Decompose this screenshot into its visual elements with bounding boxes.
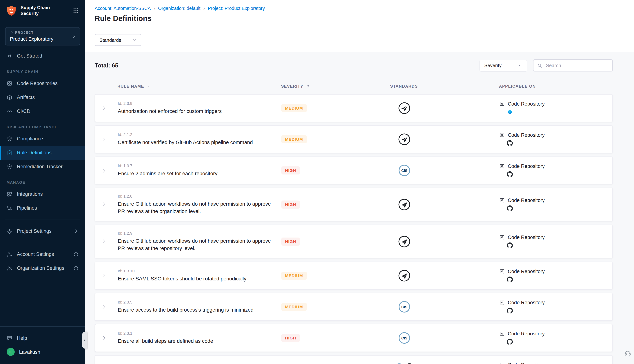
rule-id: Id: 2.3.9 (118, 101, 281, 106)
sidebar: Supply Chain Security PROJECT Product Ex… (0, 0, 85, 364)
nav-section-label: RISK AND COMPLIANCE (0, 118, 85, 132)
rule-name[interactable]: Ensure SAML SSO tokens should be rotated… (118, 275, 272, 282)
sidebar-item-get-started[interactable]: Get Started (0, 49, 85, 63)
table-row[interactable]: Id: 1.2.8 Ensure GitHub action workflows… (95, 188, 613, 222)
project-diamond-icon (10, 31, 13, 34)
rule-id: Id: 1.3.10 (118, 268, 281, 273)
sidebar-item-compliance[interactable]: Compliance (0, 132, 85, 146)
svg-text:CIS: CIS (401, 305, 407, 309)
code-repository-diamond-icon: </> (507, 109, 513, 115)
sidebar-item-integrations[interactable]: Integrations (0, 187, 85, 201)
divider (5, 242, 80, 243)
rule-id: Id: 2.3.1 (118, 331, 281, 335)
table-row[interactable]: Id: 2.1.2 Certificate not verified by Gi… (95, 125, 613, 153)
project-selector[interactable]: PROJECT Product Exploratory (5, 27, 80, 45)
search-input[interactable] (545, 62, 609, 68)
chevron-right-icon (101, 202, 107, 207)
column-severity[interactable]: SEVERITY (281, 84, 347, 88)
code-repository-icon (499, 101, 505, 107)
severity-badge: HIGH (281, 166, 300, 174)
search-box[interactable] (533, 60, 613, 72)
applicable-on-label: Code Repository (508, 132, 545, 138)
row-expand-chevron[interactable] (95, 106, 113, 111)
github-icon (507, 205, 513, 212)
row-expand-chevron[interactable] (95, 239, 113, 244)
vault-icon (7, 80, 13, 86)
chevron-down-icon (132, 38, 137, 42)
sidebar-item-project-settings[interactable]: Project Settings (0, 224, 85, 238)
rule-name[interactable]: Ensure GitHub action workflows do not ha… (118, 238, 272, 252)
user-menu[interactable]: L Lavakush (0, 345, 85, 359)
svg-text:CIS: CIS (401, 168, 407, 173)
sidebar-item-remediation-tracker[interactable]: Remediation Tracker (0, 160, 85, 174)
row-expand-chevron[interactable] (95, 168, 113, 173)
breadcrumb-link[interactable]: Project: Product Exploratory (208, 6, 265, 11)
column-rule-name[interactable]: RULE NAME (112, 84, 281, 88)
code-repository-icon (499, 362, 505, 364)
table-row[interactable]: Id: 1.1.9 HIGH CIS Code Repository (95, 355, 613, 364)
rule-name[interactable]: Ensure 2 admins are set for each reposit… (118, 170, 272, 178)
breadcrumb-link[interactable]: Account: Automation-SSCA (95, 6, 151, 11)
table-row[interactable]: Id: 2.3.1 Ensure all build steps are def… (95, 324, 613, 352)
chevron-right-icon (101, 273, 107, 278)
row-expand-chevron[interactable] (95, 202, 113, 207)
paper-plane-standard-icon (398, 102, 411, 114)
row-expand-chevron[interactable] (95, 335, 113, 340)
table-row[interactable]: Id: 1.3.7 Ensure 2 admins are set for ea… (95, 156, 613, 184)
standards-cell (348, 235, 461, 248)
table-row[interactable]: Id: 1.3.10 Ensure SAML SSO tokens should… (95, 262, 613, 290)
standards-filter-dropdown[interactable]: Standards (95, 34, 141, 46)
sidebar-footer: Help L Lavakush (0, 326, 85, 364)
sidebar-item-artifacts[interactable]: Artifacts (0, 90, 85, 104)
table-row[interactable]: Id: 2.3.5 Ensure access to the build pro… (95, 293, 613, 320)
module-switcher-icon[interactable] (73, 8, 79, 14)
rule-id: Id: 1.3.7 (118, 164, 281, 168)
sidebar-item-pipelines[interactable]: Pipelines (0, 201, 85, 215)
search-icon (537, 63, 542, 68)
sidebar-item-account-settings[interactable]: Account Settings (0, 247, 85, 261)
paper-plane-standard-icon (398, 235, 411, 248)
standards-cell (348, 133, 461, 146)
applicable-on-label: Code Repository (508, 362, 545, 364)
rule-name[interactable]: Authorization not enforced for custom tr… (118, 108, 272, 115)
severity-badge: HIGH (281, 334, 300, 342)
supply-chain-security-logo (6, 5, 17, 16)
row-expand-chevron[interactable] (95, 136, 113, 142)
severity-badge: MEDIUM (281, 302, 307, 311)
info-icon (73, 266, 79, 271)
sort-icon[interactable] (306, 84, 310, 88)
code-repository-icon (499, 268, 505, 274)
support-chat-icon[interactable] (624, 349, 631, 357)
severity-badge: MEDIUM (281, 272, 307, 280)
sort-descending-icon[interactable] (146, 84, 150, 88)
rule-name[interactable]: Certificate not verified by GitHub Actio… (118, 139, 272, 146)
table-row[interactable]: Id: 2.3.9 Authorization not enforced for… (95, 94, 613, 122)
code-repository-icon (499, 164, 505, 169)
github-icon (507, 140, 513, 146)
sidebar-item-ci-cd[interactable]: CI/CD (0, 104, 85, 118)
sidebar-collapse-handle[interactable] (82, 332, 87, 348)
rule-id: Id: 2.1.2 (118, 132, 281, 137)
sidebar-item-rule-definitions[interactable]: Rule Definitions (0, 146, 85, 160)
rule-name[interactable]: Ensure all build steps are defined as co… (118, 338, 272, 345)
table-row[interactable]: Id: 1.2.9 Ensure GitHub action workflows… (95, 225, 613, 258)
applicable-on-label: Code Repository (508, 300, 545, 305)
chevron-right-icon (74, 229, 79, 234)
rocket-icon (7, 53, 13, 59)
row-expand-chevron[interactable] (95, 304, 113, 310)
breadcrumb-separator: › (203, 6, 205, 11)
rule-id: Id: 1.2.9 (118, 231, 281, 235)
sidebar-item-organization-settings[interactable]: Organization Settings (0, 261, 85, 275)
paper-plane-standard-icon (398, 133, 411, 146)
chevron-right-icon (101, 136, 107, 142)
row-expand-chevron[interactable] (95, 273, 113, 278)
sidebar-item-code-repositories[interactable]: Code Repositories (0, 76, 85, 90)
rule-name[interactable]: Ensure access to the build process's tri… (118, 306, 272, 314)
breadcrumb-link[interactable]: Organization: default (158, 6, 200, 11)
severity-filter-dropdown[interactable]: Severity (480, 60, 527, 71)
breadcrumb-separator: › (154, 6, 155, 11)
sidebar-item-help[interactable]: Help (0, 331, 85, 345)
severity-badge: MEDIUM (281, 135, 307, 143)
rule-name[interactable]: Ensure GitHub action workflows do not ha… (118, 200, 272, 215)
svg-text:CIS: CIS (401, 336, 407, 340)
